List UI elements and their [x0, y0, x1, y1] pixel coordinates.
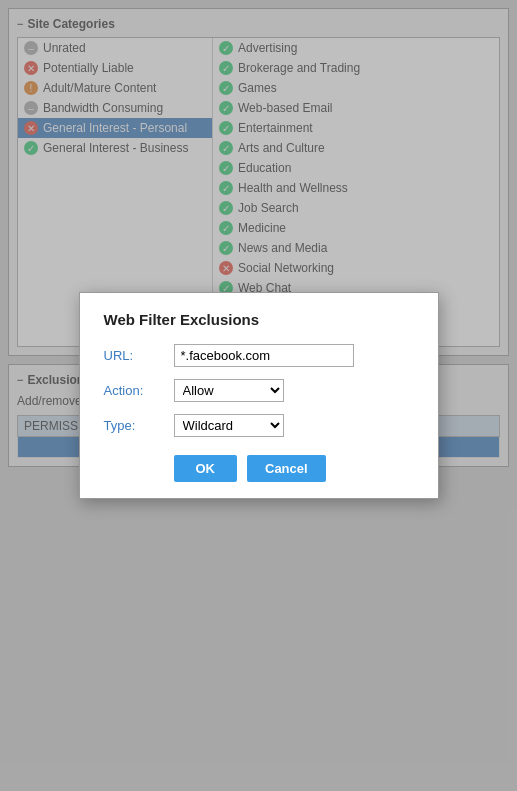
type-label: Type: [104, 418, 174, 433]
dialog-buttons: OK Cancel [104, 455, 414, 482]
url-input[interactable] [174, 344, 354, 367]
action-select[interactable]: Allow Block [174, 379, 284, 402]
type-row: Type: Wildcard Exact Regex [104, 414, 414, 437]
action-row: Action: Allow Block [104, 379, 414, 402]
action-label: Action: [104, 383, 174, 398]
ok-button[interactable]: OK [174, 455, 238, 482]
cancel-button[interactable]: Cancel [247, 455, 326, 482]
url-row: URL: [104, 344, 414, 367]
type-select[interactable]: Wildcard Exact Regex [174, 414, 284, 437]
dialog-title: Web Filter Exclusions [104, 311, 414, 328]
web-filter-dialog: Web Filter Exclusions URL: Action: Allow… [79, 292, 439, 499]
modal-overlay: Web Filter Exclusions URL: Action: Allow… [0, 0, 517, 791]
url-label: URL: [104, 348, 174, 363]
